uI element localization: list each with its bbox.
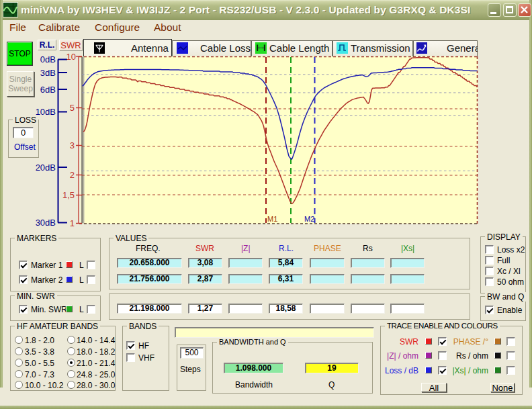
- svg-text:3dB: 3dB: [40, 68, 56, 78]
- svg-text:0dB: 0dB: [40, 54, 56, 64]
- svg-text:30dB: 30dB: [36, 218, 56, 228]
- svg-text:M2: M2: [304, 215, 314, 223]
- svg-text:10: 10: [66, 52, 76, 62]
- svg-text:3: 3: [70, 140, 75, 150]
- svg-text:M1: M1: [267, 215, 277, 223]
- svg-text:2: 2: [70, 170, 75, 180]
- svg-text:10dB: 10dB: [36, 107, 56, 117]
- svg-text:20dB: 20dB: [36, 163, 56, 173]
- svg-text:1: 1: [70, 218, 75, 228]
- svg-text:5: 5: [70, 103, 75, 113]
- svg-text:1,5: 1,5: [62, 190, 75, 200]
- svg-text:6dB: 6dB: [40, 85, 56, 95]
